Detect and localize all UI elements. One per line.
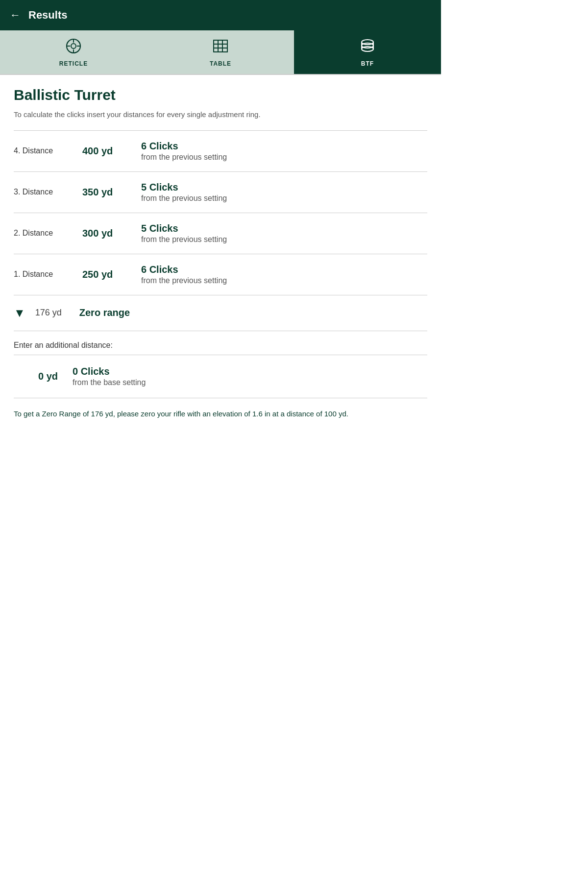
clicks-label-3: 5 Clicks — [141, 182, 227, 193]
clicks-label-1: 6 Clicks — [141, 264, 227, 275]
distance-value-2: 300 yd — [82, 228, 126, 239]
back-button[interactable]: ← — [10, 9, 21, 22]
distance-label-2: 2. Distance — [14, 229, 68, 238]
footnote-text: To get a Zero Range of 176 yd, please ze… — [14, 398, 427, 425]
distance-label-4: 4. Distance — [14, 146, 68, 155]
distance-value-4: 400 yd — [82, 145, 126, 157]
distance-label-3: 3. Distance — [14, 188, 68, 196]
additional-clicks-sublabel: from the base setting — [73, 378, 146, 387]
zero-label: Zero range — [79, 307, 130, 318]
additional-clicks-label: 0 Clicks — [73, 366, 146, 377]
distance-row-2: 2. Distance 300 yd 5 Clicks from the pre… — [14, 213, 427, 254]
additional-row: 0 yd 0 Clicks from the base setting — [14, 355, 427, 398]
svg-point-1 — [71, 44, 76, 48]
distance-value-3: 350 yd — [82, 187, 126, 198]
tab-table[interactable]: TABLE — [147, 30, 294, 74]
distance-label-1: 1. Distance — [14, 270, 68, 279]
btf-icon — [359, 37, 376, 57]
additional-distance-value: 0 yd — [14, 371, 58, 382]
additional-section: Enter an additional distance: — [14, 331, 427, 355]
clicks-info-3: 5 Clicks from the previous setting — [141, 182, 227, 203]
zero-distance: 176 yd — [35, 308, 70, 318]
svg-rect-6 — [214, 40, 227, 52]
app-header: ← Results — [0, 0, 441, 30]
distance-row-3: 3. Distance 350 yd 5 Clicks from the pre… — [14, 172, 427, 213]
clicks-sublabel-1: from the previous setting — [141, 276, 227, 285]
distance-row-4: 4. Distance 400 yd 6 Clicks from the pre… — [14, 131, 427, 171]
clicks-sublabel-4: from the previous setting — [141, 153, 227, 162]
tab-bar: RETICLE TABLE BTF — [0, 30, 441, 75]
reticle-icon — [65, 37, 82, 57]
page-title: Results — [28, 9, 67, 22]
clicks-label-2: 5 Clicks — [141, 223, 227, 234]
triangle-icon: ▼ — [14, 306, 25, 320]
main-content: Ballistic Turret To calculate the clicks… — [0, 75, 441, 436]
clicks-label-4: 6 Clicks — [141, 141, 227, 152]
clicks-info-2: 5 Clicks from the previous setting — [141, 223, 227, 244]
tab-btf[interactable]: BTF — [294, 30, 441, 74]
section-title: Ballistic Turret — [14, 87, 427, 103]
section-description: To calculate the clicks insert your dist… — [14, 109, 427, 121]
additional-prompt: Enter an additional distance: — [14, 341, 427, 350]
tab-table-label: TABLE — [210, 60, 231, 67]
tab-reticle[interactable]: RETICLE — [0, 30, 147, 74]
table-icon — [212, 37, 229, 57]
distance-value-1: 250 yd — [82, 269, 126, 280]
clicks-sublabel-2: from the previous setting — [141, 235, 227, 244]
clicks-sublabel-3: from the previous setting — [141, 194, 227, 203]
tab-btf-label: BTF — [361, 60, 374, 67]
zero-row: ▼ 176 yd Zero range — [14, 295, 427, 331]
additional-clicks-info: 0 Clicks from the base setting — [73, 366, 146, 387]
distance-row-1: 1. Distance 250 yd 6 Clicks from the pre… — [14, 254, 427, 295]
clicks-info-4: 6 Clicks from the previous setting — [141, 141, 227, 162]
tab-reticle-label: RETICLE — [59, 60, 88, 67]
svg-point-13 — [362, 47, 373, 51]
clicks-info-1: 6 Clicks from the previous setting — [141, 264, 227, 285]
